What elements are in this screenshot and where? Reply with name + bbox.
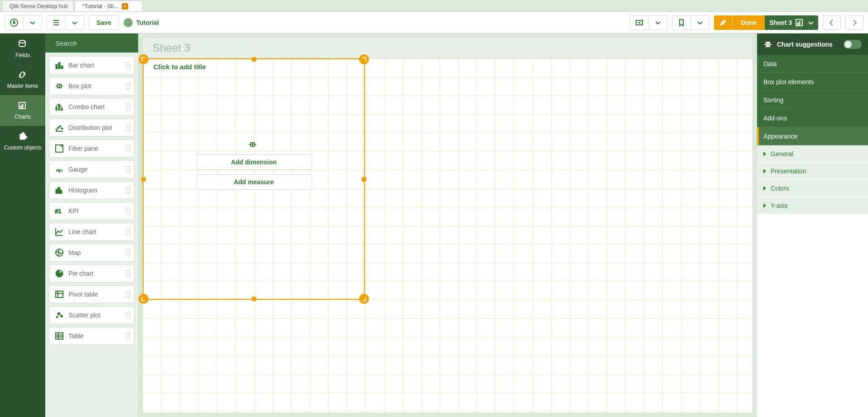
sheet-title[interactable]: Sheet 3 [142,37,753,58]
asset-scatter[interactable]: Scatter plot [49,306,134,324]
prev-sheet-button[interactable] [823,15,841,30]
asset-label: Combo chart [66,103,125,110]
asset-table[interactable]: Table [49,327,134,345]
add-dimension-button[interactable]: Add dimension [196,154,312,170]
next-sheet-button[interactable] [845,15,863,30]
grip-icon [125,186,130,195]
close-icon[interactable]: ✕ [122,3,128,10]
asset-label: Pivot table [66,291,125,298]
pivot-icon [53,290,66,299]
asset-map[interactable]: Map [49,244,134,262]
asset-histogram[interactable]: Histogram [49,181,134,199]
link-icon [18,70,28,80]
asset-boxplot[interactable]: Box plot [49,77,134,95]
resize-handle-w[interactable] [141,177,146,182]
assets-panel: Bar chartBox plotCombo chartDistribution… [45,34,139,417]
props-sub-y-axis[interactable]: Y-axis [757,197,868,214]
rail-fields[interactable]: Fields [0,34,45,64]
story-button[interactable] [630,15,667,30]
props-sub-presentation[interactable]: Presentation [757,163,868,180]
rail-label: Fields [15,52,30,58]
props-sub-colors[interactable]: Colors [757,180,868,197]
chevron-down-icon [70,18,79,27]
resize-handle-sw[interactable] [139,294,149,304]
grip-icon [125,165,130,174]
props-header-label: Chart suggestions [777,41,833,48]
asset-distribution[interactable]: Distribution plot [49,119,134,137]
tab-tutorial[interactable]: *Tutorial - Sh... ✕ [75,0,143,11]
props-section-add-ons[interactable]: Add-ons [757,109,868,127]
view-list-button[interactable] [47,15,84,30]
asset-pie[interactable]: Pie chart [49,264,134,283]
tab-hub[interactable]: Qlik Sense Desktop hub [2,0,74,11]
gauge-icon [53,165,66,174]
compass-icon [10,18,19,27]
asset-rail: Fields Master items Charts Custom object… [0,34,45,417]
asset-label: Histogram [66,187,125,194]
object-title-placeholder[interactable]: Click to add title [153,63,206,71]
map-icon [53,248,66,257]
bookmark-button[interactable] [672,15,710,30]
props-section-appearance[interactable]: Appearance [757,127,868,145]
asset-label: Table [66,332,125,340]
search-input[interactable] [54,39,143,48]
grip-icon [125,269,130,278]
app-title[interactable]: Tutorial [124,18,159,27]
chevron-down-icon [28,18,37,27]
done-button[interactable]: Done [714,15,765,30]
grip-icon [125,61,130,70]
resize-handle-s[interactable] [252,297,256,301]
rail-label: Custom objects [4,144,42,151]
asset-label: KPI [66,207,125,215]
asset-label: Box plot [66,82,125,90]
chart-icon [18,101,28,111]
properties-panel: Chart suggestions DataBox plot elementsS… [757,34,868,417]
asset-label: Line chart [66,228,125,235]
resize-handle-ne[interactable] [359,54,369,64]
sheet-switcher: Done Sheet 3 [714,15,818,30]
kpi-icon [53,206,66,216]
puzzle-icon [18,132,28,142]
selected-object[interactable]: Click to add title Add dimension Add mea… [143,58,365,300]
asset-bar[interactable]: Bar chart [49,56,134,74]
sheet-menu-button[interactable]: Sheet 3 [765,15,818,30]
rail-charts[interactable]: Charts [0,95,45,126]
props-sub-general[interactable]: General [757,145,868,163]
grip-icon [125,248,130,257]
props-section-sorting[interactable]: Sorting [757,91,868,109]
asset-combo[interactable]: Combo chart [49,98,134,116]
asset-label: Pie chart [66,270,125,277]
props-section-data[interactable]: Data [757,55,868,73]
asset-label: Gauge [66,166,125,173]
asset-filter[interactable]: Filter pane [49,139,134,158]
sheet-body[interactable]: Click to add title Add dimension Add mea… [142,58,753,413]
chart-suggestions-toggle[interactable] [844,40,862,49]
asset-line[interactable]: Line chart [49,223,134,241]
asset-kpi[interactable]: KPI [49,202,134,220]
props-section-box-plot-elements[interactable]: Box plot elements [757,73,868,91]
toolbar: Save Tutorial Done Sheet 3 [0,12,868,34]
chevron-down-icon [806,18,814,27]
asset-pivot[interactable]: Pivot table [49,285,134,303]
chevron-down-icon [695,18,705,27]
asset-label: Filter pane [66,145,125,152]
database-icon [18,39,28,49]
asset-label: Distribution plot [66,124,125,131]
asset-label: Scatter plot [66,312,125,319]
rail-master-items[interactable]: Master items [0,64,45,95]
rail-custom-objects[interactable]: Custom objects [0,126,45,157]
resize-handle-se[interactable] [359,294,369,304]
asset-gauge[interactable]: Gauge [49,160,134,178]
resize-handle-e[interactable] [362,177,366,182]
add-measure-button[interactable]: Add measure [196,174,312,190]
resize-handle-nw[interactable] [139,54,149,64]
resize-handle-n[interactable] [252,57,256,62]
pencil-icon [719,18,728,27]
nav-compass-button[interactable] [5,15,42,30]
canvas: Sheet 3 Click to add title Add dimension… [139,34,757,417]
app-label: Tutorial [136,19,159,26]
table-icon [53,331,66,340]
save-button[interactable]: Save [89,15,119,30]
props-header: Chart suggestions [757,34,868,55]
asset-label: Bar chart [66,62,125,69]
